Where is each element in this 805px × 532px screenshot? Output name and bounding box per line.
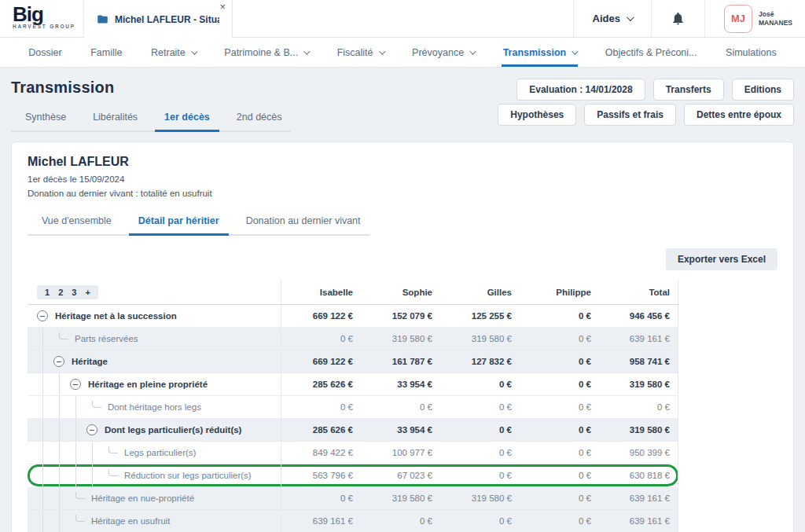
- dossier-tab[interactable]: Michel LAFLEUR - Situation... ×: [84, 0, 233, 39]
- dettes-entre-époux-button[interactable]: Dettes entre époux: [684, 104, 794, 126]
- row-label-cell: Héritage en nue-propriété: [28, 487, 281, 509]
- user-menu[interactable]: MJ José MANANES: [704, 0, 805, 37]
- cell-value: 639 161 €: [599, 328, 678, 350]
- tree-level-button-+[interactable]: +: [85, 288, 90, 297]
- table-row: Héritage en pleine propriété285 626 €33 …: [28, 373, 678, 396]
- row-label: Héritage en nue-propriété: [91, 493, 194, 503]
- cell-value: 0 €: [520, 380, 599, 389]
- cell-value: 0 €: [361, 402, 440, 412]
- succession-card: Michel LAFLEUR 1er décès le 15/09/2024 D…: [11, 141, 794, 532]
- cell-value: 669 122 €: [281, 311, 361, 321]
- collapse-icon[interactable]: [70, 379, 81, 390]
- cell-value: 639 161 €: [599, 487, 678, 509]
- page-title: Transmission: [11, 79, 114, 97]
- user-first-name: José: [759, 10, 792, 19]
- bell-icon: [671, 11, 686, 26]
- collapse-icon[interactable]: [37, 310, 48, 321]
- card-tabs: Vue d'ensembleDétail par héritierDonatio…: [28, 209, 370, 236]
- person-name: Michel LAFLEUR: [28, 155, 777, 169]
- nav-item-fiscalit[interactable]: Fiscalité: [336, 38, 385, 67]
- tree-rail: [70, 442, 86, 464]
- export-excel-button[interactable]: Exporter vers Excel: [666, 248, 777, 270]
- card-tab-donation-au-dernier-vivant[interactable]: Donation au dernier vivant: [237, 209, 370, 236]
- tab-synthèse[interactable]: Synthèse: [16, 105, 75, 132]
- tree-level-button-1[interactable]: 1: [45, 288, 50, 297]
- cell-value: 319 580 €: [440, 334, 520, 343]
- close-icon[interactable]: ×: [219, 2, 226, 13]
- tree-elbow-icon: [108, 469, 118, 476]
- tree-rail: [53, 373, 70, 395]
- tab-libéralités[interactable]: Libéralités: [83, 105, 147, 132]
- nav-item-simulations[interactable]: Simulations: [724, 38, 778, 67]
- tab-2nd-décès[interactable]: 2nd décès: [227, 105, 292, 132]
- table-row: Réduction sur legs particulier(s)563 796…: [28, 464, 678, 487]
- table-header: 123+ IsabelleSophieGillesPhilippeTotal: [28, 280, 678, 305]
- nav-item-pr-voyance[interactable]: Prévoyance: [410, 38, 476, 67]
- nav-item-label: Objectifs & Préconi...: [605, 47, 697, 58]
- nav-item-dossier[interactable]: Dossier: [27, 38, 63, 67]
- cell-value: 0 €: [520, 471, 599, 480]
- collapse-icon[interactable]: [86, 424, 97, 435]
- table-row: Héritage en nue-propriété0 €319 580 €319…: [28, 487, 678, 510]
- tree-level-buttons: 123+: [37, 285, 98, 299]
- nav-item-patrimoine-b[interactable]: Patrimoine & B...: [222, 38, 310, 67]
- card-tab-vue-d-ensemble[interactable]: Vue d'ensemble: [32, 209, 121, 236]
- nav-item-label: Prévoyance: [412, 47, 464, 58]
- nav-item-objectifs-pr-coni[interactable]: Objectifs & Préconi...: [604, 38, 699, 67]
- cell-value: 0 €: [599, 396, 678, 418]
- hypoth-ses-button[interactable]: Hypothèses: [498, 104, 576, 126]
- cell-value: 0 €: [440, 448, 520, 457]
- tree-rail: [70, 396, 86, 418]
- tree-rail: [37, 419, 53, 441]
- evaluation-date-button[interactable]: Evaluation : 14/01/2028: [516, 79, 645, 101]
- cell-value: 319 580 €: [361, 334, 440, 343]
- table-row: Héritage net à la succession669 122 €152…: [28, 305, 678, 328]
- row-label: Héritage net à la succession: [55, 311, 177, 321]
- table-row: Héritage en usufruit639 161 €0 €0 €0 €63…: [28, 510, 678, 532]
- cell-value: 161 787 €: [361, 357, 440, 366]
- tree-rail: [37, 373, 53, 395]
- tree-elbow-icon: [59, 332, 68, 339]
- cell-value: 669 122 €: [281, 357, 361, 366]
- table-row: Héritage669 122 €161 787 €127 832 €0 €95…: [28, 350, 678, 373]
- column-header-philippe: Philippe: [520, 288, 599, 297]
- nav-item-label: Dossier: [28, 47, 61, 58]
- tree-rail: [86, 442, 103, 464]
- main-content: Transmission Evaluation : 14/01/2028Tran…: [0, 79, 805, 532]
- transferts-button[interactable]: Transferts: [653, 79, 724, 101]
- collapse-icon[interactable]: [53, 356, 64, 367]
- chevron-down-icon: [379, 48, 385, 54]
- tree-rail: [70, 464, 86, 486]
- nav-item-transmission[interactable]: Transmission: [502, 38, 579, 67]
- card-tab-détail-par-héritier[interactable]: Détail par héritier: [129, 209, 229, 236]
- row-label-cell: Legs particulier(s): [28, 442, 281, 464]
- cell-value: 285 626 €: [281, 425, 361, 435]
- row-label: Héritage en pleine propriété: [88, 380, 208, 389]
- chevron-down-icon: [303, 48, 310, 54]
- cell-value: 0 €: [520, 425, 599, 435]
- editions-button[interactable]: Editions: [732, 79, 794, 101]
- cell-value: 0 €: [520, 448, 599, 457]
- nav-item-label: Fiscalité: [337, 47, 373, 58]
- row-label-cell: Héritage en usufruit: [28, 510, 281, 532]
- cell-value: 33 954 €: [361, 425, 440, 435]
- cell-value: 849 422 €: [281, 448, 361, 457]
- nav-item-famille[interactable]: Famille: [89, 38, 123, 67]
- tree-elbow-icon: [75, 492, 85, 499]
- folder-icon: [97, 13, 108, 25]
- table-row: Dont legs particulier(s) réduit(s)285 62…: [28, 419, 678, 442]
- tree-rail: [37, 487, 53, 509]
- tree-level-button-2[interactable]: 2: [58, 288, 63, 297]
- notifications-button[interactable]: [651, 0, 704, 37]
- tree-rail: [53, 464, 70, 486]
- tree-rail: [70, 419, 86, 441]
- tree-rail: [37, 396, 53, 418]
- tree-level-button-3[interactable]: 3: [72, 288, 76, 297]
- page-tabs: SynthèseLibéralités1er décès2nd décès: [11, 105, 291, 132]
- page-actions-primary: Evaluation : 14/01/2028TransfertsEdition…: [516, 79, 794, 101]
- aides-menu[interactable]: Aides: [573, 0, 651, 37]
- nav-item-retraite[interactable]: Retraite: [149, 38, 197, 67]
- tab-1er-décès[interactable]: 1er décès: [155, 105, 219, 132]
- passifs-et-frais-button[interactable]: Passifs et frais: [584, 104, 676, 126]
- chevron-down-icon: [191, 48, 197, 54]
